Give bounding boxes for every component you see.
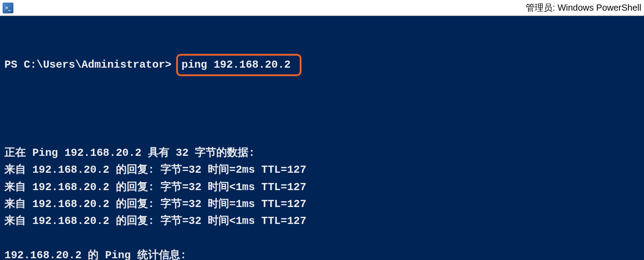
output-reply-4: 来自 192.168.20.2 的回复: 字节=32 时间<1ms TTL=12… [4,215,306,227]
command-highlight: ping 192.168.20.2 [176,54,301,76]
output-reply-2: 来自 192.168.20.2 的回复: 字节=32 时间<1ms TTL=12… [4,181,306,193]
prompt-text: PS C:\Users\Administrator> [4,57,178,73]
powershell-icon [3,3,13,13]
terminal-area[interactable]: PS C:\Users\Administrator> ping 192.168.… [0,16,644,260]
output-stats-header: 192.168.20.2 的 Ping 统计信息: [4,249,186,260]
prompt-line-1: PS C:\Users\Administrator> ping 192.168.… [4,54,640,76]
output-reply-1: 来自 192.168.20.2 的回复: 字节=32 时间=2ms TTL=12… [4,164,306,176]
output-reply-3: 来自 192.168.20.2 的回复: 字节=32 时间=1ms TTL=12… [4,198,306,210]
command-text: ping 192.168.20.2 [182,59,291,71]
title-bar: 管理员: Windows PowerShell [0,0,644,16]
output-block: 正在 Ping 192.168.20.2 具有 32 字节的数据: 来自 192… [4,110,640,260]
output-ping-header: 正在 Ping 192.168.20.2 具有 32 字节的数据: [4,147,255,159]
window-title: 管理员: Windows PowerShell [526,2,641,14]
